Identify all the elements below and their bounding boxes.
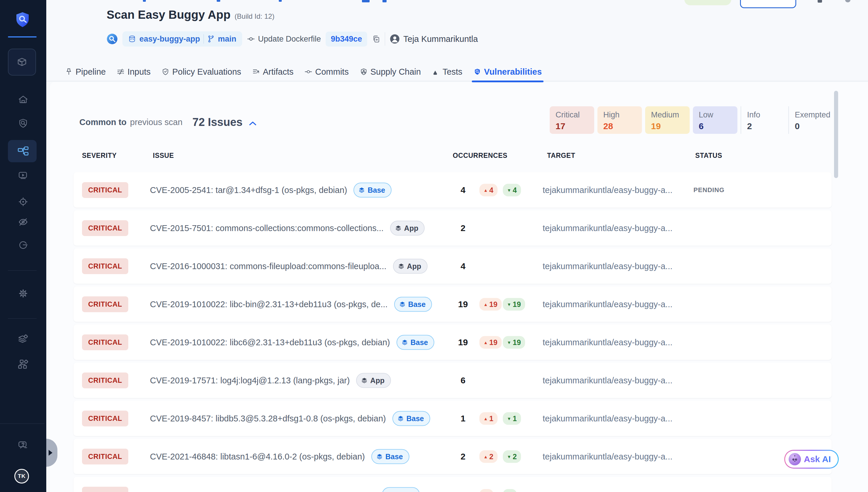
- copy-icon[interactable]: [372, 34, 380, 43]
- table-row[interactable]: CRITICAL CVE-2019-8457: libdb5.3@5.3.28+…: [74, 401, 832, 436]
- sidebar-item-pipelines[interactable]: [0, 146, 46, 157]
- sidebar-item-sessions[interactable]: [0, 240, 46, 250]
- layer-label: App: [370, 376, 385, 385]
- sidebar-divider: [8, 270, 36, 271]
- issue-title[interactable]: CVE-2021-46848: libtasn1-6@4.16.0-2 (os-…: [150, 451, 365, 461]
- git-branch-icon: [207, 35, 214, 43]
- sidebar-item-runs[interactable]: [0, 170, 46, 181]
- target-name[interactable]: tejakummarikuntla/easy-buggy-a...: [543, 337, 672, 347]
- severity-label: Medium: [651, 110, 690, 120]
- issue-title[interactable]: CVE-2005-2541: tar@1.34+dfsg-1 (os-pkgs,…: [150, 185, 347, 195]
- build-id: (Build Id: 12): [234, 12, 274, 21]
- layer-label: Base: [368, 186, 385, 194]
- severity-badge: CRITICAL: [82, 182, 128, 198]
- chevron-up-icon[interactable]: [249, 121, 256, 126]
- severity-chip-medium[interactable]: Medium 19: [645, 106, 690, 134]
- sidebar-item-settings[interactable]: [0, 288, 46, 299]
- tab-label: Pipeline: [76, 67, 106, 77]
- tab-artifacts[interactable]: Artifacts: [252, 63, 294, 81]
- severity-label: High: [603, 110, 642, 120]
- tab-vulnerabilities[interactable]: Vulnerabilities: [474, 63, 542, 81]
- commit-hash-chip[interactable]: 9b349ce: [326, 32, 368, 47]
- delta-down-badge: ▼2: [503, 450, 521, 463]
- severity-count: 17: [555, 121, 594, 131]
- target-name[interactable]: tejakummarikuntla/easy-buggy-a...: [543, 375, 672, 385]
- delta-down-badge: ▼19: [503, 336, 525, 348]
- severity-chip-exempted[interactable]: Exempted 0: [788, 106, 833, 134]
- layers-icon: [398, 263, 404, 269]
- page-title: Scan Easy Buggy App: [106, 8, 230, 21]
- layer-label: App: [404, 224, 419, 232]
- tab-policy-evaluations[interactable]: Policy Evaluations: [162, 63, 241, 81]
- sidebar-item-scans[interactable]: [0, 118, 46, 128]
- layer-label: Base: [406, 414, 424, 423]
- severity-badge: CRITICAL: [82, 335, 128, 350]
- sidebar-item-home[interactable]: [0, 95, 46, 105]
- target-name[interactable]: tejakummarikuntla/easy-buggy-a...: [543, 185, 672, 195]
- target-name[interactable]: tejakummarikuntla/easy-buggy-a...: [543, 223, 672, 233]
- power-icon: [18, 240, 28, 250]
- table-row[interactable]: CRITICAL CVE-2005-2541: tar@1.34+dfsg-1 …: [74, 172, 832, 207]
- target-name[interactable]: tejakummarikuntla/easy-buggy-a...: [543, 414, 672, 423]
- user-avatar[interactable]: TK: [14, 469, 29, 484]
- issue-title[interactable]: CVE-2019-8457: libdb5.3@5.3.28+dfsg1-0.8…: [150, 414, 386, 423]
- tab-label: Policy Evaluations: [172, 67, 241, 77]
- delta-up-badge: ▲19: [479, 298, 502, 311]
- app-logo-icon[interactable]: [14, 11, 31, 28]
- delta-down-badge: ▼1: [503, 412, 521, 425]
- main-content: Scan Easy Buggy App (Build Id: 12) easy-…: [46, 0, 868, 492]
- table-row[interactable]: CRITICAL CVE-2019-17571: log4j:log4j@1.2…: [74, 363, 832, 398]
- sidebar-item-layers-config[interactable]: [0, 334, 46, 345]
- target-name[interactable]: tejakummarikuntla/easy-buggy-a...: [543, 299, 672, 309]
- database-icon: [128, 35, 136, 43]
- severity-chip-high[interactable]: High 28: [597, 106, 642, 134]
- table-row[interactable]: CRITICAL CVE-2015-7501: commons-collecti…: [74, 210, 832, 246]
- layer-label: App: [407, 262, 421, 270]
- layer-pill: Base: [353, 182, 392, 197]
- tab-commits[interactable]: Commits: [304, 63, 348, 81]
- severity-label: Low: [699, 110, 737, 120]
- repo-branch-chip[interactable]: easy-buggy-app main: [122, 31, 242, 47]
- issue-title[interactable]: CVE-2019-1010022: libc-bin@2.31-13+deb11…: [150, 299, 388, 309]
- flask-icon: [432, 68, 440, 76]
- triangle-up-icon: ▲: [483, 302, 488, 306]
- severity-badge: CRITICAL: [82, 487, 128, 492]
- tab-supply-chain[interactable]: Supply Chain: [360, 63, 421, 81]
- issue-title[interactable]: CVE-2016-1000031: commons-fileupload:com…: [150, 261, 387, 271]
- table-row[interactable]: CRITICAL CVE-2019-1010022: libc6@2.31-13…: [74, 324, 832, 360]
- sidebar-item-targets[interactable]: [0, 197, 46, 207]
- severity-chip-low[interactable]: Low 6: [693, 106, 737, 134]
- layers-icon: [397, 415, 404, 422]
- sidebar-item-hidden-findings[interactable]: [0, 216, 46, 227]
- pipeline-icon: [18, 146, 29, 157]
- tab-label: Artifacts: [263, 67, 294, 77]
- commit-message[interactable]: Update Dockerfile: [247, 34, 321, 44]
- table-row-partial[interactable]: CRITICAL Base ▲ ▼: [74, 477, 832, 492]
- scan-diff-summary[interactable]: Common to previous scan 72 Issues: [79, 116, 256, 128]
- sidebar-item-integrations[interactable]: [0, 359, 46, 370]
- table-row[interactable]: CRITICAL CVE-2016-1000031: commons-fileu…: [74, 248, 832, 284]
- severity-count: 19: [651, 121, 690, 131]
- severity-chip-info[interactable]: Info 2: [741, 106, 785, 134]
- scrollbar-thumb[interactable]: [834, 91, 838, 178]
- ask-ai-button[interactable]: Ask AI: [784, 450, 839, 469]
- target-name[interactable]: tejakummarikuntla/easy-buggy-a...: [543, 261, 672, 271]
- tab-inputs[interactable]: Inputs: [117, 63, 151, 81]
- table-row[interactable]: CRITICAL CVE-2021-46848: libtasn1-6@4.16…: [74, 439, 832, 474]
- shield-search-icon: [474, 68, 481, 76]
- sidebar-item-help-chat[interactable]: [0, 440, 46, 451]
- delta-up-badge: ▲4: [479, 183, 498, 196]
- issue-title[interactable]: CVE-2015-7501: commons-collections:commo…: [150, 223, 383, 233]
- sidebar-item-workspace[interactable]: [8, 49, 36, 76]
- target-name[interactable]: tejakummarikuntla/easy-buggy-a...: [543, 451, 672, 461]
- table-row[interactable]: CRITICAL CVE-2019-1010022: libc-bin@2.31…: [74, 287, 832, 322]
- triangle-down-icon: ▼: [507, 188, 511, 192]
- tab-pipeline[interactable]: Pipeline: [65, 63, 106, 81]
- git-commit-icon: [247, 35, 255, 43]
- tab-tests[interactable]: Tests: [432, 63, 463, 81]
- severity-chip-critical[interactable]: Critical 17: [550, 106, 594, 134]
- cutoff-primary-button[interactable]: [740, 0, 796, 8]
- issue-title[interactable]: CVE-2019-17571: log4j:log4j@1.2.13 (lang…: [150, 375, 350, 385]
- issue-cell: CVE-2015-7501: commons-collections:commo…: [150, 221, 425, 236]
- issue-title[interactable]: CVE-2019-1010022: libc6@2.31-13+deb11u3 …: [150, 337, 390, 347]
